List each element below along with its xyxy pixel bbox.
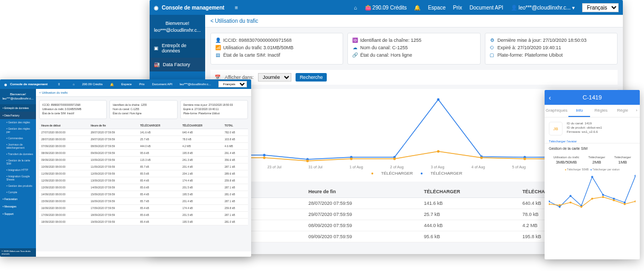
mobile-tabs: Graphiques Info Règles Règle ›	[545, 105, 640, 118]
small-footer: © 2020 Ubibot.com Tous droits réservés	[0, 248, 36, 257]
stat-down: Télécharger2MB	[588, 156, 605, 165]
sidebar-item[interactable]: • Gestion de la carte SIM	[0, 157, 36, 167]
small-breadcrumb[interactable]: < Utilisation du trafic	[36, 89, 251, 97]
sim-section-title: Gestion de la carte SIM	[545, 143, 640, 153]
credits-label[interactable]: 👛 290.09 Crédits	[365, 5, 407, 11]
small-logo[interactable]: ◉Console de management	[4, 83, 48, 86]
nav-espace[interactable]: Espace	[428, 5, 445, 11]
svg-point-36	[624, 203, 626, 205]
logo-icon: ◉	[154, 5, 159, 11]
small-card2: Identifiant de la chaîne: 1255 Nom du ca…	[109, 100, 177, 119]
sidebar-item[interactable]: • Data Factory	[0, 112, 36, 119]
lang-select[interactable]: Français	[218, 81, 247, 87]
lang-select[interactable]: Français	[582, 3, 619, 12]
sidebar-item[interactable]: • Transfert de données	[0, 151, 36, 157]
user-icon: 👤	[215, 38, 220, 43]
id-icon: 🆔	[352, 38, 357, 43]
svg-point-33	[591, 197, 593, 200]
sidebar-item-entrepot[interactable]: ▣ Entrepôt de données	[150, 39, 205, 58]
svg-point-37	[634, 201, 636, 203]
clock-icon: ⏲	[490, 45, 495, 50]
stat-usage: Utilisation du trafic3MB/50MB	[553, 156, 579, 165]
small-card1: ICCID: 89883070000000971568 Utilisation …	[39, 100, 107, 119]
tab-regles[interactable]: Règles	[590, 105, 612, 117]
home-icon[interactable]: ⌂	[354, 5, 357, 11]
home-icon[interactable]: ⌂	[73, 83, 75, 86]
sidebar-item[interactable]: • Gestion des produits	[0, 183, 36, 189]
mobile-stats: Utilisation du trafic3MB/50MB Télécharge…	[545, 153, 640, 167]
small-topbar: ◉Console de management ≡ ⌂ 290.09 Crédit…	[0, 79, 251, 89]
card-maj: ⚙Dernière mise à jour: 27/10/2020 18:50:…	[485, 33, 618, 65]
table-row: 14/09/2020 08:00:0015/09/2020 07:59:5985…	[39, 191, 248, 198]
hamburger-icon[interactable]: ≡	[235, 5, 238, 11]
sidebar-item[interactable]: • Entrepôt de données	[0, 104, 36, 112]
signal-icon: 📶	[215, 45, 220, 50]
cloud-icon: ☁	[352, 45, 357, 50]
svg-point-5	[437, 98, 439, 101]
factory-icon: 🏭	[154, 62, 160, 67]
tab-regle[interactable]: Règle	[612, 105, 633, 117]
table-row: 10/09/2020 08:00:0011/09/2020 07:59:5985…	[39, 164, 248, 170]
search-button[interactable]: Recherche	[296, 73, 327, 82]
sidebar-item[interactable]: • Commandes	[0, 135, 36, 141]
mobile-title: C-1419	[583, 94, 602, 101]
table-row: 11/09/2020 08:00:0012/09/2020 07:59:5985…	[39, 170, 248, 177]
svg-point-28	[634, 175, 636, 177]
breadcrumb[interactable]: < Utilisation du trafic	[205, 15, 623, 28]
mobile-chart	[545, 172, 640, 214]
topbar: ◉ Console de management ≡ ⌂ 👛 290.09 Cré…	[150, 0, 623, 15]
filter-range-select[interactable]: Journée	[258, 73, 291, 82]
sidebar-item[interactable]: • Journaux de téléchargement	[0, 141, 36, 151]
table-row: 15/09/2020 08:00:0016/09/2020 07:59:5985…	[39, 198, 248, 205]
tab-graphiques[interactable]: Graphiques	[545, 105, 568, 117]
svg-point-12	[306, 160, 309, 162]
wallet-icon: 👛	[365, 5, 371, 11]
svg-point-15	[437, 150, 439, 153]
sidebar-item[interactable]: • Support	[0, 210, 36, 218]
link-icon: 🔗	[352, 52, 357, 58]
sidebar-item[interactable]: • Facturation	[0, 195, 36, 203]
table-row: 27/07/2020 08:00:0028/07/2020 07:59:5914…	[39, 129, 248, 136]
svg-point-13	[350, 158, 353, 160]
svg-point-11	[263, 157, 265, 159]
hamburger-icon[interactable]: ≡	[58, 83, 60, 86]
stat-up: Télécharger1MB	[614, 156, 631, 165]
nav-docapi[interactable]: Document API	[470, 5, 503, 11]
sim-icon: ▤	[215, 52, 220, 58]
sidebar-item[interactable]: • Intégration Google Sheets	[0, 173, 36, 183]
table-row: 18/09/2020 08:00:0019/09/2020 07:59:5985…	[39, 219, 248, 225]
user-icon: 👤	[511, 5, 517, 11]
svg-point-22	[569, 195, 572, 197]
card-iccid: 👤ICCID: 89883070000000971568 📶Utilisatio…	[210, 33, 343, 65]
table-row: 28/07/2020 08:00:0029/07/2020 07:59:5925…	[39, 136, 248, 143]
back-icon[interactable]: ‹	[549, 94, 551, 102]
app-logo[interactable]: ◉ Console de management	[154, 5, 224, 11]
mobile-window: ‹ C-1419 Graphiques Info Règles Règle › …	[545, 90, 640, 259]
nav-prix[interactable]: Prix	[453, 5, 462, 11]
small-content: < Utilisation du trafic ICCID: 898830700…	[36, 89, 251, 251]
small-welcome: Bienvenue! leo***@cloudlinxhr.c...	[0, 89, 36, 104]
small-table: Heure de début Heure de fin TÉLÉCHARGER …	[39, 122, 248, 225]
table-row: 13/09/2020 08:00:0014/09/2020 07:59:5985…	[39, 184, 248, 191]
sidebar-item-datafactory[interactable]: 🏭 Data Factory	[150, 58, 205, 71]
logo-icon: ◉	[4, 83, 7, 86]
svg-point-30	[559, 204, 561, 206]
tab-info[interactable]: Info	[568, 105, 590, 117]
sidebar-item[interactable]: • Messages	[0, 203, 36, 210]
header-nav: ⌂ 👛 290.09 Crédits 🔔 Espace Prix Documen…	[354, 3, 619, 12]
svg-point-31	[569, 202, 572, 204]
bell-icon[interactable]: 🔔	[414, 5, 420, 11]
svg-point-32	[581, 206, 583, 208]
app-title: Console de management	[162, 5, 224, 11]
bell-icon[interactable]: 🔔	[110, 83, 114, 86]
sidebar-item[interactable]: • Intégration HTTP	[0, 167, 36, 173]
svg-point-25	[602, 194, 604, 196]
tabs-more-icon[interactable]: ›	[633, 105, 640, 117]
svg-point-1	[263, 154, 265, 157]
sidebar-item[interactable]: • Compte	[0, 189, 36, 195]
sidebar-item[interactable]: • Gestion des règles	[0, 119, 36, 125]
database-icon: ▣	[154, 46, 159, 51]
sidebar-item[interactable]: • Gestion des règles par	[0, 125, 36, 135]
user-menu[interactable]: 👤 leo***@cloudlinxhr.c... ▾	[511, 5, 575, 11]
svg-point-16	[480, 157, 483, 159]
